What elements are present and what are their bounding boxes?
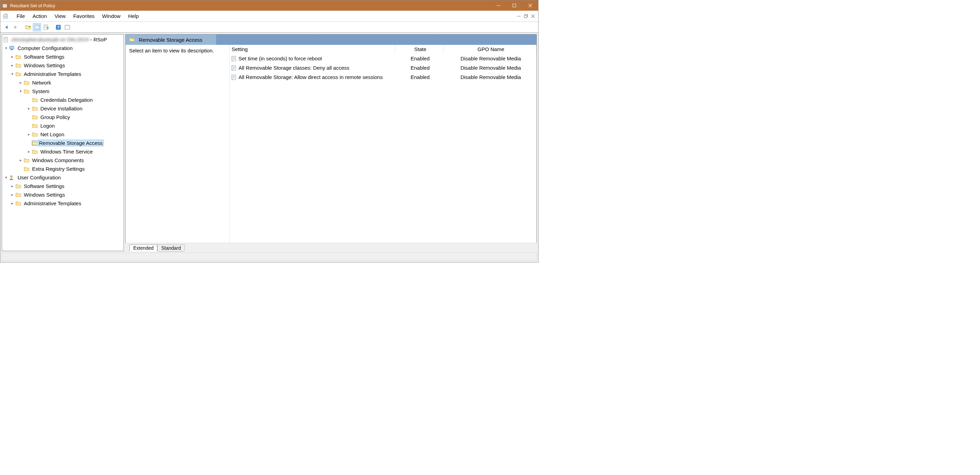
column-setting[interactable]: Setting [229,45,395,54]
status-bar [2,253,537,261]
client-area: christopherubuntuab on DKLOCH - RSoP ▾Co… [0,33,538,262]
chevron-right-icon[interactable]: ▸ [10,192,15,197]
menu-window[interactable]: Window [99,13,124,19]
tree-cc-wincomp[interactable]: ▸Windows Components [2,156,124,165]
folder-icon [32,106,38,111]
tree-pane[interactable]: christopherubuntuab on DKLOCH - RSoP ▾Co… [2,34,124,251]
chevron-down-icon[interactable]: ▾ [3,175,9,180]
setting-name: All Removable Storage classes: Deny all … [239,65,349,71]
tree-cc-software[interactable]: ▸Software Settings [2,52,124,61]
list-row[interactable]: All Removable Storage: Allow direct acce… [229,72,536,82]
tree-cc-wts[interactable]: ▸Windows Time Service [2,147,124,156]
maximize-button[interactable] [506,0,522,11]
menu-help[interactable]: Help [124,13,143,19]
chevron-right-icon[interactable]: ▸ [26,132,32,137]
setting-name: Set time (in seconds) to force reboot [239,56,322,61]
folder-icon [15,201,21,206]
description-text: Select an item to view its description. [129,48,226,54]
tree-cc-rsa[interactable]: Removable Storage Access [2,139,124,147]
folder-icon [32,140,38,146]
titlebar: Resultant Set of Policy [0,0,538,11]
tree-cc-windows[interactable]: ▸Windows Settings [2,61,124,70]
show-tree-button[interactable] [33,23,41,32]
minimize-button[interactable] [490,0,506,11]
chevron-right-icon[interactable]: ▸ [18,80,24,85]
forward-button[interactable] [11,23,20,32]
menu-view[interactable]: View [51,13,69,19]
toolbar: ? [0,22,538,33]
chevron-right-icon[interactable]: ▸ [10,54,15,59]
tab-extended[interactable]: Extended [129,245,158,251]
tree-root[interactable]: christopherubuntuab on DKLOCH - RSoP [2,35,124,44]
chevron-down-icon[interactable]: ▾ [3,46,9,50]
tree-root-suffix: - RSoP [89,37,107,43]
up-button[interactable] [24,23,32,32]
content-header: Removable Storage Access [126,35,536,45]
column-state[interactable]: State [395,45,444,54]
folder-icon [24,158,30,163]
mdi-controls [517,14,538,18]
folder-icon [32,132,38,137]
back-button[interactable] [2,23,11,32]
tree-cc-admin[interactable]: ▾Administrative Templates [2,70,124,78]
app-icon [2,3,8,8]
list-row[interactable]: Set time (in seconds) to force rebootEna… [229,54,536,63]
setting-state: Enabled [395,65,444,71]
folder-icon [24,166,30,172]
chevron-right-icon[interactable]: ▸ [18,158,24,162]
tree-cc-cred[interactable]: Credentials Delegation [2,95,124,104]
folder-icon [24,80,30,86]
tree-uc-windows[interactable]: ▸Windows Settings [2,191,124,199]
mdi-close-icon[interactable] [531,14,535,18]
menu-file[interactable]: File [13,13,29,19]
chevron-right-icon[interactable]: ▸ [26,149,32,154]
help-button[interactable]: ? [54,23,62,32]
mdi-minimize-icon[interactable] [517,14,520,18]
policy-item-icon [231,65,237,71]
folder-icon [32,123,38,129]
content-pane: Removable Storage Access Select an item … [125,34,537,251]
close-button[interactable] [522,0,538,11]
tree-cc-logon[interactable]: Logon [2,121,124,130]
setting-gpo: Disable Removable Media [444,65,536,71]
properties-button[interactable] [63,23,72,32]
settings-list[interactable]: Setting State GPO Name Set time (in seco… [229,45,536,243]
tree-cc-extrareg[interactable]: Extra Registry Settings [2,165,124,173]
folder-icon [15,54,21,60]
folder-icon [15,71,21,77]
chevron-right-icon[interactable]: ▸ [10,201,15,206]
tree-uc-software[interactable]: ▸Software Settings [2,182,124,191]
svg-rect-29 [65,25,70,26]
tab-standard[interactable]: Standard [158,245,185,251]
folder-icon [24,89,30,94]
folder-icon [15,192,21,198]
tree-cc-gp[interactable]: Group Policy [2,113,124,121]
tree-root-host: christopherubuntuab on DKLOCH [11,37,89,43]
tree-computer-config[interactable]: ▾Computer Configuration [2,44,124,52]
chevron-down-icon[interactable]: ▾ [18,89,24,94]
setting-state: Enabled [395,74,444,80]
menubar: File Action View Favorites Window Help [0,11,538,22]
computer-icon [9,46,15,51]
menu-favorites[interactable]: Favorites [69,13,99,19]
list-row[interactable]: All Removable Storage classes: Deny all … [229,63,536,72]
bottom-tabs: Extended Standard [125,243,537,251]
chevron-down-icon[interactable]: ▾ [10,72,15,76]
tree-uc-admin[interactable]: ▸Administrative Templates [2,199,124,208]
chevron-right-icon[interactable]: ▸ [10,63,15,68]
export-button[interactable] [42,23,50,32]
svg-rect-21 [524,16,527,18]
chevron-right-icon[interactable]: ▸ [10,184,15,188]
tree-cc-system[interactable]: ▾System [2,87,124,95]
tree-cc-network[interactable]: ▸Network [2,78,124,87]
mdi-restore-icon[interactable] [524,14,528,18]
menu-action[interactable]: Action [29,13,51,19]
tree-user-config[interactable]: ▾User Configuration [2,173,124,182]
svg-rect-25 [35,25,36,29]
chevron-right-icon[interactable]: ▸ [26,106,32,111]
window: Resultant Set of Policy File Action View… [0,0,538,262]
tree-cc-devinst[interactable]: ▸Device Installation [2,104,124,113]
tree-cc-netlogon[interactable]: ▸Net Logon [2,130,124,139]
setting-gpo: Disable Removable Media [444,74,536,80]
column-gpo[interactable]: GPO Name [444,45,536,54]
